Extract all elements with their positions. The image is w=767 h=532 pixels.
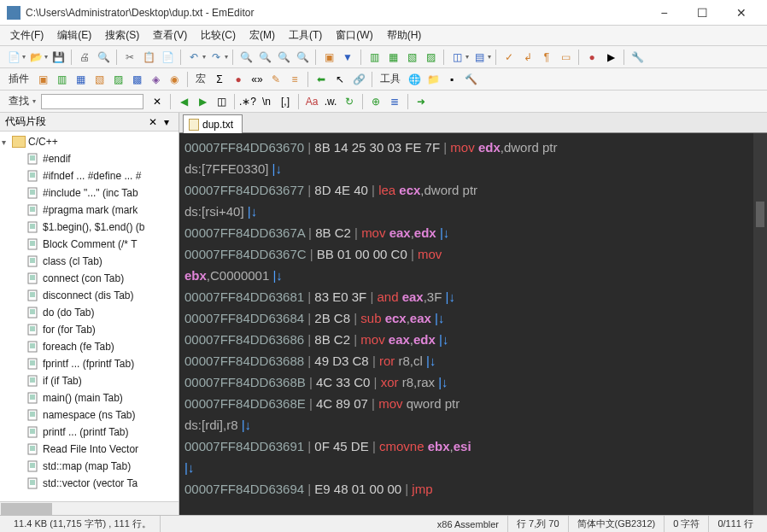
plugin-icon[interactable]: ▩	[128, 71, 145, 88]
cmd-icon[interactable]: ▪	[443, 71, 460, 88]
search-input[interactable]	[41, 94, 143, 109]
code-line[interactable]: 00007FF84DD63681 | 83 E0 3F | and eax,3F…	[184, 286, 762, 307]
number-icon[interactable]: [,]	[277, 93, 294, 110]
code-line[interactable]: 00007FF84DD63670 | 8B 14 25 30 03 FE 7F …	[184, 137, 762, 158]
code-line[interactable]: 00007FF84DD6367A | 8B C2 | mov eax,edx |…	[184, 222, 762, 243]
dropdown-icon[interactable]: ▾	[44, 53, 48, 61]
tree-item[interactable]: namespace (ns Tab)	[0, 406, 179, 424]
csv-icon[interactable]: ▦	[384, 49, 401, 66]
narrow-icon[interactable]: ◫	[448, 49, 465, 66]
code-line[interactable]: 00007FF84DD6368B | 4C 33 C0 | xor r8,rax…	[184, 371, 762, 393]
file-tab[interactable]: dup.txt	[183, 114, 243, 133]
case-icon[interactable]: Aa	[303, 93, 320, 110]
plugin-icon[interactable]: ▨	[109, 71, 126, 88]
status-position[interactable]: 行 7,列 70	[508, 516, 569, 532]
dropdown-icon[interactable]: ▾	[488, 53, 491, 61]
search-next-icon[interactable]: 🔍	[275, 49, 292, 66]
go-icon[interactable]: ➜	[413, 93, 430, 110]
code-line[interactable]: 00007FF84DD6367C | BB 01 00 00 C0 | mov	[184, 243, 762, 265]
code-editor[interactable]: 00007FF84DD63670 | 8B 14 25 30 03 FE 7F …	[179, 133, 767, 515]
sort-icon[interactable]: ▧	[403, 49, 420, 66]
search-prev-icon[interactable]: 🔍	[256, 49, 273, 66]
tree-item[interactable]: #endif	[0, 150, 179, 167]
code-line[interactable]: 00007FF84DD6368E | 4C 89 07 | mov qword …	[184, 393, 762, 414]
menu-item[interactable]: 文件(F)	[3, 26, 50, 44]
sidebar-close-icon[interactable]: ✕	[146, 116, 160, 128]
spell-icon[interactable]: ✓	[501, 49, 518, 66]
menu-item[interactable]: 比较(C)	[194, 26, 243, 44]
tree-item[interactable]: Block Comment (/* T	[0, 236, 179, 253]
cut-icon[interactable]: ✂	[121, 49, 138, 66]
save-icon[interactable]: 💾	[50, 49, 67, 66]
close-button[interactable]: ✕	[722, 0, 760, 26]
vertical-scrollbar[interactable]	[753, 133, 767, 515]
code-line[interactable]: 00007FF84DD63691 | 0F 45 DE | cmovne ebx…	[184, 436, 762, 457]
plugin-icon[interactable]: ◈	[147, 71, 164, 88]
copy-icon[interactable]: 📋	[140, 49, 157, 66]
expand-icon[interactable]: ▾	[2, 137, 12, 147]
plugin-icon[interactable]: ▧	[91, 71, 108, 88]
menu-item[interactable]: 帮助(H)	[380, 26, 429, 44]
filter-icon[interactable]: ▼	[339, 49, 356, 66]
browser-icon[interactable]: 🌐	[406, 71, 423, 88]
bookmark-icon[interactable]: ▣	[320, 49, 337, 66]
record-macro-icon[interactable]: ●	[230, 71, 247, 88]
wrap-icon[interactable]: ↲	[519, 49, 536, 66]
tree-item[interactable]: std::map (map Tab)	[0, 458, 179, 475]
plugin-icon[interactable]: ▥	[53, 71, 70, 88]
incremental-icon[interactable]: ↻	[341, 93, 358, 110]
tree-item[interactable]: do (do Tab)	[0, 304, 179, 321]
text-icon[interactable]: «»	[249, 71, 266, 88]
print-preview-icon[interactable]: 🔍	[95, 49, 112, 66]
menu-item[interactable]: 工具(T)	[282, 26, 329, 44]
search-icon[interactable]: 🔍	[237, 49, 255, 66]
play-icon[interactable]: ▶	[602, 49, 619, 66]
tree-item[interactable]: for (for Tab)	[0, 321, 179, 338]
tree-item[interactable]: Read File Into Vector	[0, 441, 179, 458]
replace-icon[interactable]: 🔍	[294, 49, 311, 66]
edit-macro-icon[interactable]: ✎	[267, 71, 284, 88]
tool-icon[interactable]: 🔨	[462, 71, 479, 88]
word-icon[interactable]: .w.	[322, 93, 339, 110]
undo-icon[interactable]: ↶	[185, 49, 202, 66]
tree-item[interactable]: #include "..." (inc Tab	[0, 184, 179, 202]
tree-item[interactable]: #ifndef ... #define ... #	[0, 167, 179, 184]
tree-item[interactable]: #pragma mark (mark	[0, 202, 179, 219]
escape-icon[interactable]: \n	[258, 93, 275, 110]
regex-icon[interactable]: .∗?	[239, 93, 256, 110]
maximize-button[interactable]: ☐	[683, 0, 722, 26]
extract-icon[interactable]: ≣	[386, 93, 403, 110]
menu-item[interactable]: 编辑(E)	[50, 26, 98, 44]
dropdown-icon[interactable]: ▾	[202, 53, 206, 61]
tree-item[interactable]: if (if Tab)	[0, 372, 179, 389]
minimize-button[interactable]: −	[645, 0, 683, 26]
dropdown-icon[interactable]: ▾	[465, 53, 469, 61]
tree-item[interactable]: printf ... (printf Tab)	[0, 424, 179, 441]
paste-icon[interactable]: 📄	[159, 49, 176, 66]
dropdown-icon[interactable]: ▾	[225, 53, 228, 61]
convert-icon[interactable]: ▨	[422, 49, 439, 66]
code-line[interactable]: 00007FF84DD63694 | E9 48 01 00 00 | jmp	[184, 478, 762, 500]
tree-item[interactable]: main() (main Tab)	[0, 389, 179, 406]
sidebar-menu-icon[interactable]: ▾	[160, 116, 173, 128]
open-file-icon[interactable]: 📂	[27, 49, 44, 66]
code-line[interactable]: ds:[rsi+40] |↓	[184, 201, 762, 222]
code-line[interactable]: 00007FF84DD63688 | 49 D3 C8 | ror r8,cl …	[184, 350, 762, 371]
status-lang[interactable]: x86 Assembler	[429, 516, 508, 532]
menu-item[interactable]: 宏(M)	[243, 26, 282, 44]
tree-item[interactable]: $1.begin(), $1.end() (b	[0, 219, 179, 236]
code-line[interactable]: 00007FF84DD63677 | 8D 4E 40 | lea ecx,dw…	[184, 179, 762, 201]
menu-item[interactable]: 搜索(S)	[98, 26, 146, 44]
code-line[interactable]: ds:[7FFE0330] |↓	[184, 158, 762, 179]
sigma-icon[interactable]: Σ	[211, 71, 228, 88]
plugin-icon[interactable]: ◉	[166, 71, 183, 88]
dropdown-icon[interactable]: ▾	[32, 97, 36, 105]
record-icon[interactable]: ●	[583, 49, 600, 66]
cursor-icon[interactable]: ↖	[331, 71, 348, 88]
find-prev-icon[interactable]: ◀	[175, 93, 192, 110]
ruler-icon[interactable]: ▭	[557, 49, 574, 66]
outline-icon[interactable]: ▤	[471, 49, 488, 66]
code-line[interactable]: ds:[rdi],r8 |↓	[184, 414, 762, 436]
highlight-icon[interactable]: ◫	[213, 93, 230, 110]
snippet-tree[interactable]: ▾C/C++#endif#ifndef ... #define ... ##in…	[0, 132, 179, 501]
